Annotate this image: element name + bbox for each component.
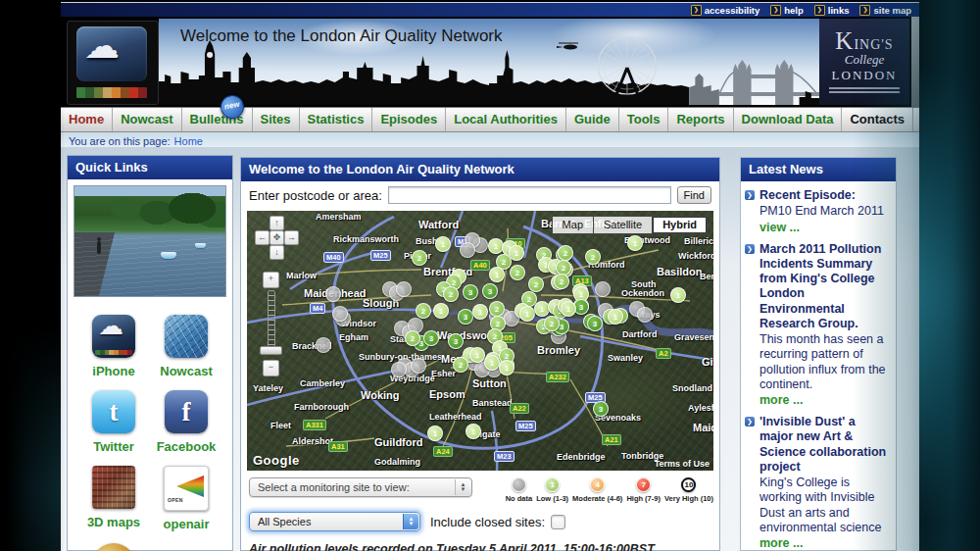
utility-link-help[interactable]: ❯help (770, 5, 804, 16)
zoom-in-button[interactable]: + (263, 272, 279, 288)
zoom-slider-track[interactable] (268, 290, 275, 353)
map-site-marker-nodata[interactable] (391, 362, 407, 377)
monitoring-site-select[interactable]: Select a monitoring site to view: ▲▼ (249, 477, 472, 497)
map-site-marker[interactable]: 1 (489, 267, 505, 282)
map-site-marker[interactable]: 2 (443, 286, 459, 302)
pan-down-button[interactable]: ↓ (270, 245, 284, 260)
find-button[interactable]: Find (677, 186, 711, 204)
map-site-marker[interactable]: 3 (463, 284, 478, 300)
map-site-marker[interactable]: 1 (670, 287, 686, 303)
map-site-marker[interactable]: 1 (466, 424, 481, 439)
iphone-icon[interactable]: ☁ (92, 315, 135, 358)
map-site-marker[interactable]: 2 (510, 265, 525, 280)
map-site-marker[interactable]: 2 (544, 316, 560, 331)
news-list: ❯Recent Episode:PM10 End March 2011view … (741, 181, 896, 551)
map-site-marker[interactable]: 3 (448, 333, 464, 349)
map-site-marker[interactable]: 1 (627, 235, 643, 251)
map-site-marker[interactable]: 3 (423, 330, 439, 346)
pan-right-button[interactable]: → (284, 230, 299, 245)
quicklink-openair[interactable]: OPENopenair (150, 466, 222, 531)
breadcrumb-current-link[interactable]: Home (174, 135, 203, 147)
map-site-marker-nodata[interactable] (316, 337, 331, 353)
news-more-link[interactable]: more ... (760, 536, 891, 550)
postcode-input[interactable] (388, 186, 671, 204)
map-type-hybrid-button[interactable]: Hybrid (653, 216, 708, 234)
news-more-link[interactable]: more ... (760, 393, 891, 407)
map-site-marker[interactable]: 1 (484, 355, 500, 371)
map-site-marker[interactable]: 1 (435, 236, 451, 252)
twitter-icon[interactable]: t (92, 390, 135, 433)
map-site-marker-nodata[interactable] (595, 281, 611, 297)
map-site-marker[interactable]: 1 (427, 426, 443, 441)
map-site-marker[interactable]: 1 (469, 347, 485, 363)
quicklink-rss[interactable] (77, 543, 150, 551)
quicklink-facebook[interactable]: fFacebook (150, 390, 222, 454)
map-site-marker-nodata[interactable] (396, 281, 412, 297)
nav-tab-nowcast[interactable]: Nowcast (113, 108, 181, 131)
map-site-marker[interactable]: 1 (608, 309, 623, 325)
map-site-marker[interactable]: 1 (519, 306, 535, 322)
news-item-content: 'Invisible Dust' a major new Art & Scien… (760, 415, 891, 550)
terms-of-use-link[interactable]: Terms of Use (655, 459, 710, 469)
map-site-marker[interactable]: 2 (405, 330, 420, 346)
map-site-marker[interactable]: 2 (558, 245, 573, 261)
map-site-marker[interactable]: 2 (416, 303, 431, 319)
facebook-icon[interactable]: f (165, 390, 208, 433)
map-site-marker[interactable]: 3 (458, 309, 473, 325)
maps3d-icon[interactable] (92, 466, 135, 509)
map-site-marker-nodata[interactable] (332, 306, 348, 322)
welcome-panel: Welcome to the London Air Quality Networ… (240, 157, 720, 551)
map-site-marker[interactable]: 2 (453, 357, 468, 373)
map-site-marker[interactable]: 3 (482, 283, 498, 299)
utility-link-links[interactable]: ❯links (814, 5, 850, 16)
map-site-marker[interactable]: 2 (489, 301, 505, 317)
nav-tab-reports[interactable]: Reports (668, 108, 733, 131)
map-site-marker-nodata[interactable] (637, 307, 653, 323)
news-item-title: 'Invisible Dust' a major new Art & Scien… (760, 415, 891, 475)
quicklink-maps3d[interactable]: 3D maps (77, 466, 150, 531)
nav-tab-guide[interactable]: Guide (566, 108, 619, 131)
map-site-marker[interactable]: 1 (433, 303, 449, 319)
map-site-marker-nodata[interactable] (325, 286, 341, 302)
quicklink-nowcast[interactable]: Nowcast (150, 315, 222, 378)
nav-tab-download-data[interactable]: Download Data (734, 108, 843, 131)
pan-left-button[interactable]: ← (255, 230, 270, 245)
map-site-marker[interactable]: 1 (499, 360, 514, 376)
openair-icon[interactable]: OPEN (164, 466, 209, 511)
map-site-marker[interactable]: 1 (472, 304, 488, 320)
quicklink-twitter[interactable]: tTwitter (77, 390, 150, 454)
map-type-map-button[interactable]: Map (552, 216, 594, 234)
nav-tab-sites[interactable]: Sites (253, 108, 300, 131)
map-site-marker[interactable]: 2 (554, 274, 569, 289)
nav-tab-statistics[interactable]: Statistics (300, 108, 373, 131)
nav-tab-local-authorities[interactable]: Local Authorities (446, 108, 566, 131)
closed-sites-checkbox[interactable] (551, 515, 565, 529)
pan-up-button[interactable]: ↑ (270, 216, 284, 230)
utility-link-site-map[interactable]: ❯site map (859, 5, 911, 16)
map-site-marker-nodata[interactable] (460, 242, 475, 258)
arrow-icon: ❯ (859, 5, 870, 16)
nav-tab-contacts[interactable]: Contacts (842, 108, 913, 131)
air-quality-map[interactable]: AmershamWatfordBarnetEnfieldRickmanswort… (247, 211, 713, 471)
cloud-icon: ☁ (84, 25, 120, 67)
map-site-marker[interactable]: 3 (593, 401, 609, 417)
zoom-slider-handle[interactable] (260, 346, 282, 355)
utility-link-accessibility[interactable]: ❯accessibility (691, 5, 760, 16)
nav-tab-episodes[interactable]: Episodes (372, 108, 446, 131)
zoom-out-button[interactable]: − (263, 360, 279, 376)
map-site-marker[interactable]: 2 (585, 249, 601, 265)
nav-tab-home[interactable]: Home (61, 108, 113, 131)
map-site-marker[interactable]: 3 (587, 316, 603, 331)
nowcast-icon[interactable] (165, 315, 208, 358)
map-site-marker[interactable]: 2 (528, 276, 544, 292)
pan-center-button[interactable]: ✥ (270, 230, 284, 245)
rss-icon[interactable] (92, 543, 135, 551)
map-site-marker[interactable]: 2 (412, 250, 427, 266)
news-more-link[interactable]: view ... (760, 221, 884, 234)
quicklink-iphone[interactable]: ☁iPhone (77, 315, 150, 378)
map-type-satellite-button[interactable]: Satellite (594, 216, 653, 234)
species-select[interactable]: All Species ▲▼ (249, 512, 420, 531)
map-site-marker[interactable]: 1 (561, 301, 576, 317)
nav-tab-tools[interactable]: Tools (619, 108, 669, 131)
map-site-marker-nodata[interactable] (411, 358, 426, 374)
